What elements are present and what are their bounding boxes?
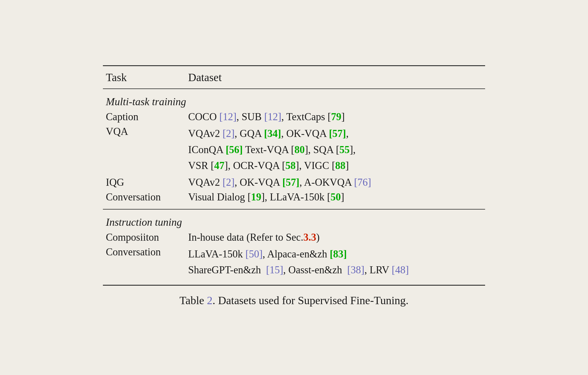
iqg-task-cell: IQG [103, 175, 185, 190]
task-column-header: Task [103, 66, 185, 89]
ref-2a: [2] [223, 128, 235, 139]
conversation-multitask-row: Conversation Visual Dialog [19], LLaVA-1… [103, 190, 485, 209]
caption-task-cell: Caption [103, 110, 185, 124]
ref-34: [34] [264, 128, 281, 139]
ref-80: 80 [294, 144, 305, 155]
ref-79: 79 [331, 111, 341, 123]
datasets-table: Task Dataset Multi-task training Caption… [103, 65, 485, 309]
ref-50a: 50 [330, 191, 341, 203]
ref-55: 55 [339, 144, 350, 155]
ref-19: 19 [251, 191, 261, 203]
ref-12a: [12] [219, 111, 236, 123]
table-number: 2 [207, 294, 213, 307]
caption-dataset-cell: COCO [12], SUB [12], TextCaps [79] [185, 110, 485, 124]
multi-task-label: Multi-task training [103, 89, 485, 110]
table-header-row: Task Dataset [103, 66, 485, 89]
ref-48: [48] [392, 264, 409, 276]
ref-38: [38] [347, 264, 364, 276]
main-container: Task Dataset Multi-task training Caption… [91, 59, 497, 315]
instruction-tuning-section-header: Instruction tuning [103, 210, 485, 230]
composition-dataset-cell: In-house data (Refer to Sec.3.3) [185, 230, 485, 245]
ref-88: 88 [335, 160, 345, 171]
ref-83: [83] [330, 248, 347, 260]
table-caption-row: Table 2. Datasets used for Supervised Fi… [103, 286, 485, 310]
instruction-tuning-label: Instruction tuning [103, 210, 485, 230]
ref-58: 58 [285, 160, 296, 171]
vqa-dataset-cell: VQAv2 [2], GQA [34], OK-VQA [57], IConQA… [185, 124, 485, 175]
ref-47: 47 [214, 160, 225, 171]
conversation-instruction-task-cell: Conversation [103, 245, 185, 285]
iqg-task-row: IQG VQAv2 [2], OK-VQA [57], A-OKVQA [76] [103, 175, 485, 190]
ref-2b: [2] [223, 177, 235, 188]
ref-15: [15] [266, 264, 283, 276]
iqg-dataset-cell: VQAv2 [2], OK-VQA [57], A-OKVQA [76] [185, 175, 485, 190]
conversation-instruction-row: Conversation LLaVA-150k [50], Alpaca-en&… [103, 245, 485, 285]
multi-task-section-header: Multi-task training [103, 89, 485, 110]
vqa-task-cell: VQA [103, 124, 185, 175]
composition-task-row: Composiiton In-house data (Refer to Sec.… [103, 230, 485, 245]
vqa-task-row: VQA VQAv2 [2], GQA [34], OK-VQA [57], IC… [103, 124, 485, 175]
conversation-multitask-task-cell: Conversation [103, 190, 185, 209]
ref-56: [56] [225, 144, 243, 155]
ref-76: [76] [354, 177, 371, 188]
ref-12b: [12] [264, 111, 281, 123]
dataset-column-header: Dataset [185, 66, 485, 89]
caption-task-row: Caption COCO [12], SUB [12], TextCaps [7… [103, 110, 485, 124]
conversation-multitask-dataset-cell: Visual Dialog [19], LLaVA-150k [50] [185, 190, 485, 209]
ref-57b: [57] [282, 177, 299, 188]
ref-3-3: 3.3 [303, 232, 316, 243]
ref-50b: [50] [245, 248, 263, 260]
composition-task-cell: Composiiton [103, 230, 185, 245]
ref-57a: [57] [329, 128, 346, 139]
conversation-instruction-dataset-cell: LLaVA-150k [50], Alpaca-en&zh [83] Share… [185, 245, 485, 285]
table-caption: Table 2. Datasets used for Supervised Fi… [103, 286, 485, 310]
